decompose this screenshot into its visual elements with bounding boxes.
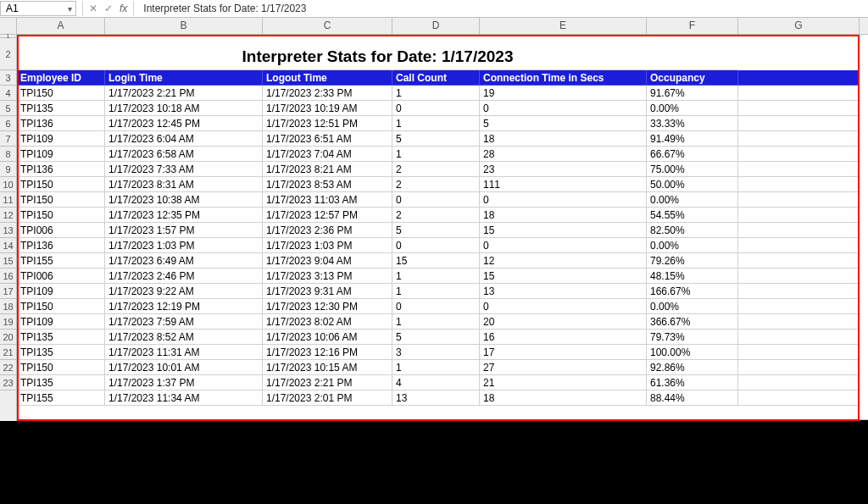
cell-employee-id[interactable]: TPI135	[17, 375, 105, 390]
cell-occupancy[interactable]: 91.67%	[647, 86, 738, 101]
cell-login-time[interactable]: 1/17/2023 12:35 PM	[105, 208, 263, 223]
table-row[interactable]: TPI1361/17/2023 1:03 PM1/17/2023 1:03 PM…	[17, 238, 860, 253]
fx-icon[interactable]: fx	[116, 3, 131, 14]
cell-empty[interactable]	[738, 269, 860, 284]
cell-connection-time[interactable]: 21	[480, 375, 647, 390]
table-row[interactable]: TPI1351/17/2023 10:18 AM1/17/2023 10:19 …	[17, 101, 860, 116]
cell-employee-id[interactable]: TPI109	[17, 147, 105, 162]
cell-employee-id[interactable]: TPI135	[17, 330, 105, 345]
cell-login-time[interactable]: 1/17/2023 6:49 AM	[105, 253, 263, 269]
cell-call-count[interactable]: 0	[392, 101, 480, 116]
table-row[interactable]: TPI1501/17/2023 12:35 PM1/17/2023 12:57 …	[17, 208, 860, 223]
cell-connection-time[interactable]: 19	[480, 86, 647, 101]
cell-logout-time[interactable]: 1/17/2023 2:33 PM	[263, 86, 392, 101]
cell-login-time[interactable]: 1/17/2023 1:03 PM	[105, 238, 263, 253]
cell-occupancy[interactable]: 48.15%	[647, 269, 738, 284]
cell-employee-id[interactable]: TPI109	[17, 131, 105, 147]
cell-empty[interactable]	[738, 330, 860, 345]
cell-employee-id[interactable]: TPI155	[17, 253, 105, 269]
cell-empty[interactable]	[738, 284, 860, 299]
cell-connection-time[interactable]: 20	[480, 314, 647, 330]
cell-occupancy[interactable]: 0.00%	[647, 192, 738, 208]
cell-login-time[interactable]: 1/17/2023 7:59 AM	[105, 314, 263, 330]
cell-occupancy[interactable]: 50.00%	[647, 177, 738, 192]
cell-occupancy[interactable]: 88.44%	[647, 390, 738, 406]
cell-connection-time[interactable]: 18	[480, 208, 647, 223]
col-header-logout-time[interactable]: Logout Time	[263, 70, 392, 86]
cell-empty[interactable]	[738, 147, 860, 162]
col-header-occupancy[interactable]: Occupancy	[647, 70, 738, 86]
cell-login-time[interactable]: 1/17/2023 11:34 AM	[105, 390, 263, 406]
table-row[interactable]: TPI1501/17/2023 10:38 AM1/17/2023 11:03 …	[17, 192, 860, 208]
cell-logout-time[interactable]: 1/17/2023 9:31 AM	[263, 284, 392, 299]
row-header[interactable]: 17	[0, 284, 16, 299]
cell-logout-time[interactable]: 1/17/2023 10:19 AM	[263, 101, 392, 116]
cell-logout-time[interactable]: 1/17/2023 2:36 PM	[263, 223, 392, 238]
cell-occupancy[interactable]: 366.67%	[647, 314, 738, 330]
table-row[interactable]: TPI1351/17/2023 8:52 AM1/17/2023 10:06 A…	[17, 330, 860, 345]
cell-employee-id[interactable]: TPI150	[17, 192, 105, 208]
cell-occupancy[interactable]: 166.67%	[647, 284, 738, 299]
cell-call-count[interactable]: 1	[392, 269, 480, 284]
table-row[interactable]: TPI1501/17/2023 2:21 PM1/17/2023 2:33 PM…	[17, 86, 860, 101]
cell-empty[interactable]	[738, 253, 860, 269]
cell-login-time[interactable]: 1/17/2023 6:04 AM	[105, 131, 263, 147]
cell-call-count[interactable]: 1	[392, 147, 480, 162]
cell-connection-time[interactable]: 0	[480, 299, 647, 314]
row-header[interactable]: 22	[0, 360, 16, 375]
cell-connection-time[interactable]: 17	[480, 345, 647, 360]
cell-connection-time[interactable]: 15	[480, 223, 647, 238]
row-header[interactable]: 16	[0, 269, 16, 284]
cell-logout-time[interactable]: 1/17/2023 10:15 AM	[263, 360, 392, 375]
cell-logout-time[interactable]: 1/17/2023 1:03 PM	[263, 238, 392, 253]
table-row[interactable]: TPI1351/17/2023 11:31 AM1/17/2023 12:16 …	[17, 345, 860, 360]
cell-logout-time[interactable]: 1/17/2023 12:51 PM	[263, 116, 392, 131]
cell-login-time[interactable]: 1/17/2023 8:31 AM	[105, 177, 263, 192]
cell-employee-id[interactable]: TPI136	[17, 162, 105, 177]
row-header[interactable]: 18	[0, 299, 16, 314]
row-header[interactable]: 7	[0, 131, 16, 147]
cell-call-count[interactable]: 1	[392, 314, 480, 330]
cell-occupancy[interactable]: 61.36%	[647, 375, 738, 390]
cell-employee-id[interactable]: TPI136	[17, 238, 105, 253]
cell-occupancy[interactable]: 0.00%	[647, 238, 738, 253]
cell-empty[interactable]	[738, 177, 860, 192]
table-row[interactable]: TPI1091/17/2023 6:58 AM1/17/2023 7:04 AM…	[17, 147, 860, 162]
cell-empty[interactable]	[738, 360, 860, 375]
cell-call-count[interactable]: 2	[392, 177, 480, 192]
table-row[interactable]: TPI1361/17/2023 7:33 AM1/17/2023 8:21 AM…	[17, 162, 860, 177]
cell-connection-time[interactable]: 28	[480, 147, 647, 162]
table-row[interactable]: TPI1361/17/2023 12:45 PM1/17/2023 12:51 …	[17, 116, 860, 131]
cell-empty[interactable]	[738, 238, 860, 253]
table-row[interactable]: TPI1551/17/2023 11:34 AM1/17/2023 2:01 P…	[17, 390, 860, 406]
cell-connection-time[interactable]: 0	[480, 101, 647, 116]
cell-employee-id[interactable]: TPI150	[17, 208, 105, 223]
cell-login-time[interactable]: 1/17/2023 1:37 PM	[105, 375, 263, 390]
col-header-empty[interactable]	[738, 70, 860, 86]
column-header-A[interactable]: A	[17, 18, 105, 34]
cell-empty[interactable]	[738, 131, 860, 147]
cell-occupancy[interactable]: 82.50%	[647, 223, 738, 238]
cell-logout-time[interactable]: 1/17/2023 9:04 AM	[263, 253, 392, 269]
cell-call-count[interactable]: 2	[392, 208, 480, 223]
col-header-employee-id[interactable]: Employee ID	[17, 70, 105, 86]
cell-employee-id[interactable]: TPI135	[17, 101, 105, 116]
cell-logout-time[interactable]: 1/17/2023 12:57 PM	[263, 208, 392, 223]
cell-occupancy[interactable]: 100.00%	[647, 345, 738, 360]
cell-empty[interactable]	[738, 101, 860, 116]
row-header[interactable]: 11	[0, 192, 16, 208]
row-header[interactable]: 5	[0, 101, 16, 116]
cell-empty[interactable]	[738, 192, 860, 208]
cell-connection-time[interactable]: 12	[480, 253, 647, 269]
cell-connection-time[interactable]: 15	[480, 269, 647, 284]
cell-call-count[interactable]: 0	[392, 192, 480, 208]
row-header[interactable]: 3	[0, 70, 16, 86]
enter-formula-icon[interactable]: ✓	[101, 3, 116, 14]
cell-call-count[interactable]: 4	[392, 375, 480, 390]
cell-logout-time[interactable]: 1/17/2023 12:30 PM	[263, 299, 392, 314]
cell-call-count[interactable]: 2	[392, 162, 480, 177]
table-row[interactable]: TPI1351/17/2023 1:37 PM1/17/2023 2:21 PM…	[17, 375, 860, 390]
cell-login-time[interactable]: 1/17/2023 6:58 AM	[105, 147, 263, 162]
column-header-D[interactable]: D	[392, 18, 480, 34]
cell-login-time[interactable]: 1/17/2023 10:18 AM	[105, 101, 263, 116]
